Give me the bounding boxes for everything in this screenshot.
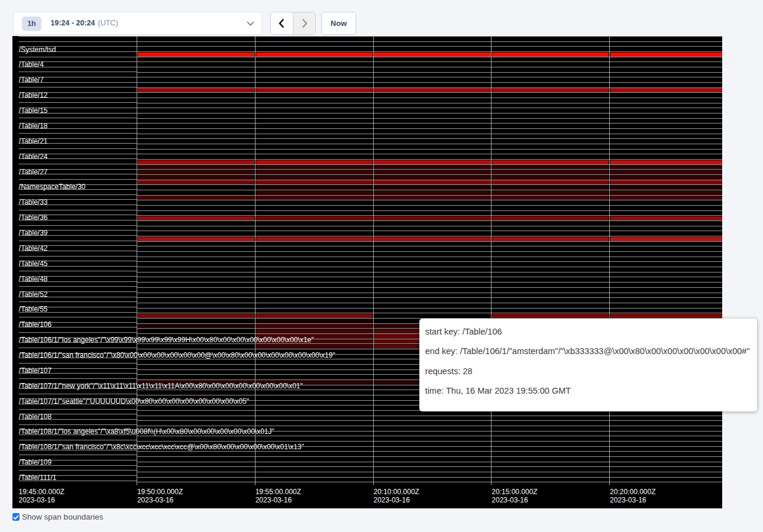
svg-text:2023-03-16: 2023-03-16: [492, 496, 528, 504]
svg-text:20:10:00.000Z: 20:10:00.000Z: [374, 488, 419, 496]
svg-text:2023-03-16: 2023-03-16: [19, 496, 56, 504]
svg-text:2023-03-16: 2023-03-16: [610, 496, 646, 504]
svg-text:/Table/107: /Table/107: [19, 366, 52, 375]
svg-text:/Table/18: /Table/18: [19, 122, 48, 130]
svg-text:/Table/106/1/"los angeles"/"\x: /Table/106/1/"los angeles"/"\x99\x99\x99…: [19, 336, 314, 344]
svg-text:/System/tsd: /System/tsd: [19, 46, 56, 54]
svg-text:/Table/39: /Table/39: [19, 229, 48, 237]
svg-text:/Table/4: /Table/4: [19, 60, 44, 69]
svg-text:/Table/107/1/"new york"/"\x11\: /Table/107/1/"new york"/"\x11\x11\x11\x1…: [19, 382, 303, 390]
svg-text:2023-03-16: 2023-03-16: [374, 496, 410, 504]
svg-text:/Table/106/1/"san francisco"/": /Table/106/1/"san francisco"/"\x80\x00\x…: [19, 351, 335, 359]
svg-text:/Table/106: /Table/106: [19, 320, 52, 329]
svg-text:/NamespaceTable/30: /NamespaceTable/30: [19, 183, 86, 191]
svg-text:/Table/24: /Table/24: [19, 153, 48, 161]
svg-text:/Table/107/1/"seattle"/"UUUUUU: /Table/107/1/"seattle"/"UUUUUUD\x00\x80\…: [19, 397, 249, 406]
svg-text:/Table/36: /Table/36: [19, 213, 48, 222]
svg-text:2023-03-16: 2023-03-16: [256, 496, 292, 504]
svg-text:/Table/12: /Table/12: [19, 91, 48, 99]
svg-text:/Table/108: /Table/108: [19, 413, 52, 421]
svg-text:/Table/42: /Table/42: [19, 244, 48, 252]
svg-text:/Table/52: /Table/52: [19, 290, 48, 299]
svg-text:2023-03-16: 2023-03-16: [137, 496, 174, 504]
svg-text:19:50:00.000Z: 19:50:00.000Z: [137, 488, 183, 496]
svg-text:19:55:00.000Z: 19:55:00.000Z: [256, 488, 301, 496]
svg-text:20:15:00.000Z: 20:15:00.000Z: [492, 488, 537, 496]
svg-text:/Table/21: /Table/21: [19, 137, 48, 145]
svg-text:/Table/27: /Table/27: [19, 168, 48, 176]
svg-text:/Table/33: /Table/33: [19, 198, 48, 206]
svg-text:/Table/15: /Table/15: [19, 106, 48, 115]
svg-text:/Table/111/1: /Table/111/1: [19, 473, 57, 482]
svg-text:/Table/108/1/"los angeles"/"\x: /Table/108/1/"los angeles"/"\xa8\xf5\u00…: [19, 427, 274, 436]
svg-text:19:45:00.000Z: 19:45:00.000Z: [19, 488, 64, 496]
svg-text:/Table/7: /Table/7: [19, 76, 44, 84]
svg-text:/Table/55: /Table/55: [19, 305, 48, 313]
svg-text:/Table/45: /Table/45: [19, 259, 48, 268]
svg-text:/Table/109: /Table/109: [19, 458, 52, 466]
svg-text:20:20:00.000Z: 20:20:00.000Z: [610, 488, 655, 496]
svg-text:/Table/48: /Table/48: [19, 275, 48, 283]
svg-text:/Table/108/1/"san francisco"/": /Table/108/1/"san francisco"/"\x8c\xcc\x…: [19, 443, 304, 451]
